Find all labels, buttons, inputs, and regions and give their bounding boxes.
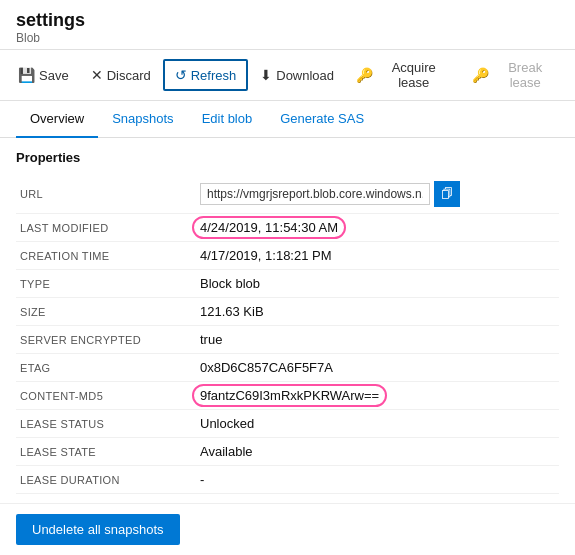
prop-label-lease-state: LEASE STATE <box>16 438 196 466</box>
prop-value-content-md5: 9fantzC69I3mRxkPKRWArw== <box>196 382 559 410</box>
prop-value-type: Block blob <box>196 270 559 298</box>
properties-table: URL 🗍 LAST MODIFIED 4/24/2019, 11:54:30 … <box>16 175 559 550</box>
table-row: SERVER ENCRYPTED true <box>16 326 559 354</box>
table-row: LEASE DURATION - <box>16 466 559 494</box>
prop-label-etag: ETAG <box>16 354 196 382</box>
break-lease-button[interactable]: 🔑 Break lease <box>462 54 567 96</box>
tab-overview[interactable]: Overview <box>16 101 98 138</box>
properties-section-title: Properties <box>16 150 559 165</box>
prop-value-last-modified: 4/24/2019, 11:54:30 AM <box>196 214 559 242</box>
table-row: URL 🗍 <box>16 175 559 214</box>
page-subtitle: Blob <box>16 31 559 45</box>
table-row: CONTENT-MD5 9fantzC69I3mRxkPKRWArw== <box>16 382 559 410</box>
save-label: Save <box>39 68 69 83</box>
prop-label-url: URL <box>16 175 196 214</box>
bottom-bar: Undelete all snapshots <box>0 503 575 555</box>
prop-value-url: 🗍 <box>196 175 559 214</box>
table-row: SIZE 121.63 KiB <box>16 298 559 326</box>
url-input[interactable] <box>200 183 430 205</box>
discard-label: Discard <box>107 68 151 83</box>
break-lease-label: Break lease <box>493 60 557 90</box>
download-label: Download <box>276 68 334 83</box>
header: settings Blob <box>0 0 575 50</box>
table-row: CREATION TIME 4/17/2019, 1:18:21 PM <box>16 242 559 270</box>
prop-label-creation-time: CREATION TIME <box>16 242 196 270</box>
break-lease-icon: 🔑 <box>472 67 489 83</box>
refresh-button[interactable]: ↺ Refresh <box>163 59 249 91</box>
table-row: TYPE Block blob <box>16 270 559 298</box>
table-row: ETAG 0x8D6C857CA6F5F7A <box>16 354 559 382</box>
acquire-lease-label: Acquire lease <box>377 60 450 90</box>
prop-value-server-encrypted: true <box>196 326 559 354</box>
prop-value-lease-state: Available <box>196 438 559 466</box>
download-button[interactable]: ⬇ Download <box>250 61 344 89</box>
table-row: LAST MODIFIED 4/24/2019, 11:54:30 AM <box>16 214 559 242</box>
prop-value-lease-duration: - <box>196 466 559 494</box>
save-icon: 💾 <box>18 67 35 83</box>
acquire-lease-icon: 🔑 <box>356 67 373 83</box>
prop-value-creation-time: 4/17/2019, 1:18:21 PM <box>196 242 559 270</box>
prop-label-server-encrypted: SERVER ENCRYPTED <box>16 326 196 354</box>
tab-snapshots[interactable]: Snapshots <box>98 101 187 138</box>
prop-label-type: TYPE <box>16 270 196 298</box>
prop-label-size: SIZE <box>16 298 196 326</box>
save-button[interactable]: 💾 Save <box>8 61 79 89</box>
table-row: LEASE STATE Available <box>16 438 559 466</box>
prop-value-size: 121.63 KiB <box>196 298 559 326</box>
url-container: 🗍 <box>200 181 555 207</box>
tab-generate-sas[interactable]: Generate SAS <box>266 101 378 138</box>
acquire-lease-button[interactable]: 🔑 Acquire lease <box>346 54 460 96</box>
undelete-all-snapshots-button[interactable]: Undelete all snapshots <box>16 514 180 545</box>
prop-label-content-md5: CONTENT-MD5 <box>16 382 196 410</box>
download-icon: ⬇ <box>260 67 272 83</box>
discard-icon: ✕ <box>91 67 103 83</box>
tab-bar: Overview Snapshots Edit blob Generate SA… <box>0 101 575 138</box>
prop-value-etag: 0x8D6C857CA6F5F7A <box>196 354 559 382</box>
content-area: Properties URL 🗍 LAST MODIFIED <box>0 138 575 555</box>
refresh-icon: ↺ <box>175 67 187 83</box>
toolbar: 💾 Save ✕ Discard ↺ Refresh ⬇ Download 🔑 … <box>0 50 575 101</box>
undelete-label: Undelete all snapshots <box>32 522 164 537</box>
copy-icon: 🗍 <box>441 187 453 201</box>
copy-url-button[interactable]: 🗍 <box>434 181 460 207</box>
prop-label-last-modified: LAST MODIFIED <box>16 214 196 242</box>
prop-label-lease-duration: LEASE DURATION <box>16 466 196 494</box>
prop-value-lease-status: Unlocked <box>196 410 559 438</box>
content-md5-value: 9fantzC69I3mRxkPKRWArw== <box>200 388 379 403</box>
table-row: LEASE STATUS Unlocked <box>16 410 559 438</box>
page-title: settings <box>16 10 559 31</box>
discard-button[interactable]: ✕ Discard <box>81 61 161 89</box>
refresh-label: Refresh <box>191 68 237 83</box>
prop-label-lease-status: LEASE STATUS <box>16 410 196 438</box>
tab-edit-blob[interactable]: Edit blob <box>188 101 267 138</box>
last-modified-value: 4/24/2019, 11:54:30 AM <box>200 220 338 235</box>
